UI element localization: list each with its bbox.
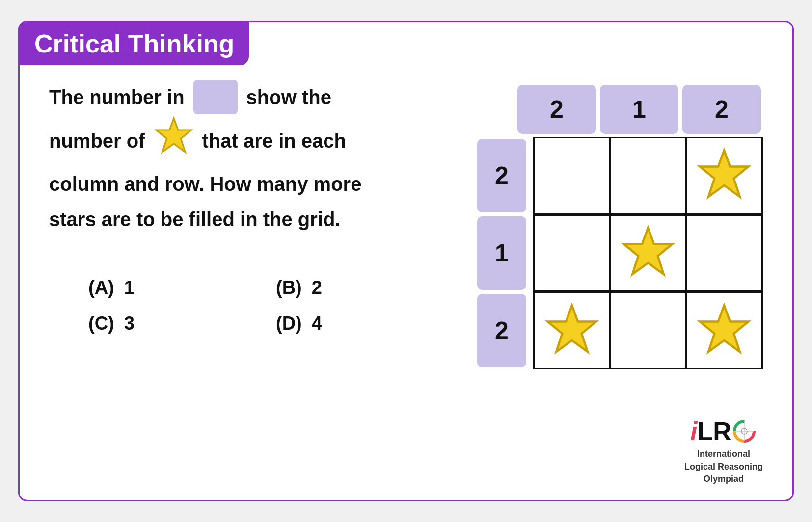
- desc-line-4: stars are to be filled in the grid.: [49, 203, 424, 236]
- right-panel: 2 1 2 2: [444, 80, 763, 369]
- star-2-2: [621, 225, 675, 279]
- svg-marker-4: [700, 306, 749, 352]
- logo-letter-i: i: [690, 417, 697, 446]
- logo-area: i L R InternationalLogical ReasoningOlym…: [684, 417, 763, 485]
- cell-1-2: [610, 138, 686, 214]
- cell-3-2: [610, 293, 686, 369]
- desc-text-1a: The number in: [49, 80, 185, 114]
- star-icon-inline: [154, 116, 193, 165]
- row-label-1: 2: [477, 139, 526, 212]
- option-c[interactable]: (C) 3: [88, 313, 237, 334]
- option-a-label: (A): [88, 277, 114, 298]
- main-card: Critical Thinking The number in show the…: [18, 21, 794, 501]
- col-labels: 2 1 2: [422, 85, 763, 134]
- grid-row-2: 1: [477, 214, 763, 292]
- logo-letter-o: [731, 418, 757, 444]
- star-3-1: [545, 303, 599, 357]
- left-panel: The number in show the number of that ar…: [49, 80, 424, 334]
- desc-text-2a: number of: [49, 124, 145, 157]
- cell-1-3: [686, 138, 762, 214]
- col-label-1: 2: [517, 85, 596, 134]
- cell-3-3: [686, 293, 762, 369]
- option-c-label: (C): [88, 313, 114, 334]
- row-label-3: 2: [477, 294, 526, 367]
- header-banner: Critical Thinking: [20, 22, 249, 65]
- table-row-2: [534, 215, 762, 291]
- option-c-value: 3: [124, 313, 135, 334]
- cell-2-1: [534, 215, 610, 291]
- col-label-3: 2: [682, 85, 761, 134]
- grid-section: 2 1 2 2: [422, 85, 763, 369]
- svg-marker-0: [156, 118, 191, 152]
- star-1-3: [697, 148, 751, 202]
- cell-2-2: [610, 215, 686, 291]
- logo-letter-r: R: [713, 417, 731, 446]
- svg-marker-1: [700, 151, 749, 197]
- option-d[interactable]: (D) 4: [276, 313, 424, 334]
- grid-table-3: [533, 292, 763, 369]
- desc-line-2: number of that are in each: [49, 116, 424, 165]
- desc-text-1b: show the: [246, 80, 331, 114]
- logo-letter-l: L: [698, 417, 713, 446]
- option-a[interactable]: (A) 1: [88, 277, 237, 298]
- logo-org-name: InternationalLogical ReasoningOlympiad: [684, 448, 763, 485]
- desc-line-3: column and row. How many more: [49, 167, 424, 201]
- purple-blob-inline: [193, 80, 238, 114]
- page-title: Critical Thinking: [34, 29, 234, 58]
- option-b[interactable]: (B) 2: [276, 277, 424, 298]
- desc-line-1: The number in show the: [49, 80, 424, 114]
- content-area: The number in show the number of that ar…: [20, 65, 792, 500]
- desc-text-4: stars are to be filled in the grid.: [49, 203, 340, 236]
- svg-marker-2: [624, 228, 673, 275]
- grid-row-1: 2: [477, 137, 763, 214]
- option-b-value: 2: [312, 277, 322, 298]
- cell-3-1: [534, 293, 610, 369]
- svg-marker-3: [548, 306, 596, 352]
- option-a-value: 1: [124, 277, 135, 298]
- desc-text-3: column and row. How many more: [49, 167, 361, 201]
- description-text: The number in show the number of that ar…: [49, 80, 424, 238]
- desc-text-2b: that are in each: [202, 124, 346, 157]
- options-area: (A) 1 (B) 2 (C) 3 (D) 4: [49, 277, 424, 334]
- grid-table: [533, 137, 763, 214]
- grid-table-2: [533, 214, 763, 292]
- ilro-logo: i L R: [690, 417, 757, 446]
- col-label-2: 1: [600, 85, 678, 134]
- table-row-3: [534, 293, 762, 369]
- row-label-2: 1: [477, 216, 526, 290]
- grid-row-3: 2: [477, 292, 763, 369]
- option-d-label: (D): [276, 313, 302, 334]
- option-b-label: (B): [276, 277, 302, 298]
- table-row-1: [534, 138, 762, 214]
- star-3-3: [697, 303, 751, 357]
- option-d-value: 4: [312, 313, 322, 334]
- cell-2-3: [686, 215, 762, 291]
- cell-1-1: [534, 138, 610, 214]
